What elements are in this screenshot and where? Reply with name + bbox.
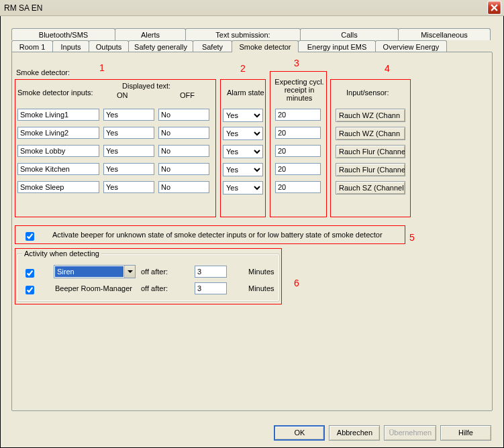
input-on-0[interactable] xyxy=(103,109,154,121)
input-cycl-1[interactable] xyxy=(275,127,321,139)
tab-safety-generally[interactable]: Safety generally xyxy=(128,40,193,52)
tab-alerts[interactable]: Alerts xyxy=(115,28,186,40)
tab-row-1: Bluetooth/SMS Alerts Text submission: Ca… xyxy=(11,28,493,40)
hdr-inputs: Smoke detector inputs: xyxy=(17,89,93,97)
window-title: RM SA EN xyxy=(4,3,487,13)
label-minutes-2: Minutes xyxy=(248,284,274,292)
dropdown-siren-value: Siren xyxy=(55,266,123,277)
apply-button[interactable]: Übernehmen xyxy=(384,425,436,441)
groupbox-activity-title: Activity when detecting xyxy=(22,249,101,258)
input-off-1[interactable] xyxy=(158,127,209,139)
checkbox-beeper-rm[interactable] xyxy=(26,286,34,294)
label-off-after-2: off after: xyxy=(141,284,168,292)
sensor-button-2[interactable]: Rauch Flur (Channe xyxy=(336,145,405,158)
tab-calls[interactable]: Calls xyxy=(300,28,399,40)
close-icon xyxy=(491,4,498,11)
close-button[interactable] xyxy=(487,1,501,15)
tab-energy-input-ems[interactable]: Energy input EMS xyxy=(298,40,376,52)
input-on-3[interactable] xyxy=(103,163,154,175)
tab-control: Bluetooth/SMS Alerts Text submission: Ca… xyxy=(11,28,493,412)
select-alarm-2[interactable]: Yes xyxy=(223,145,263,158)
input-name-3[interactable] xyxy=(17,163,99,175)
tab-panel-smoke-detector: 1 2 3 4 5 6 Smoke detector: Smoke detect… xyxy=(11,52,493,411)
annotation-5: 5 xyxy=(409,232,415,243)
select-alarm-0[interactable]: Yes xyxy=(223,109,263,122)
select-alarm-3[interactable]: Yes xyxy=(223,163,263,176)
tab-row-2: Room 1 Inputs Outputs Safety generally S… xyxy=(11,40,493,52)
sensor-button-1[interactable]: Rauch WZ (Chann xyxy=(336,127,405,140)
ok-button[interactable]: OK xyxy=(274,425,325,441)
hdr-displayed: Displayed text: xyxy=(122,82,170,90)
dropdown-siren[interactable]: Siren xyxy=(54,265,136,278)
tab-smoke-detector[interactable]: Smoke detector xyxy=(232,40,299,52)
input-on-4[interactable] xyxy=(103,181,154,193)
label-activate-beeper: Activate beeper for unknown state of smo… xyxy=(52,231,383,239)
client-area: Bluetooth/SMS Alerts Text submission: Ca… xyxy=(0,16,504,448)
sensor-button-4[interactable]: Rauch SZ (Channel xyxy=(336,181,405,194)
input-name-2[interactable] xyxy=(17,145,99,157)
tab-safety[interactable]: Safety xyxy=(193,40,232,52)
input-cycl-3[interactable] xyxy=(275,163,321,175)
checkbox-siren[interactable] xyxy=(26,269,34,278)
checkbox-activate-beeper[interactable] xyxy=(26,232,34,241)
input-cycl-4[interactable] xyxy=(275,181,321,193)
input-on-1[interactable] xyxy=(103,127,154,139)
input-name-0[interactable] xyxy=(17,109,99,121)
annotation-4: 4 xyxy=(385,63,390,74)
tab-bluetooth-sms[interactable]: Bluetooth/SMS xyxy=(11,28,115,40)
hdr-sensor: Input/sensor: xyxy=(346,89,389,97)
hdr-cycl: Expecting cycl. receipt in minutes xyxy=(274,78,325,102)
select-alarm-4[interactable]: Yes xyxy=(223,181,263,194)
input-siren-minutes[interactable] xyxy=(195,266,227,278)
tab-text-submission[interactable]: Text submission: xyxy=(185,28,301,40)
input-on-2[interactable] xyxy=(103,145,154,157)
input-cycl-0[interactable] xyxy=(275,109,321,121)
tab-room1[interactable]: Room 1 xyxy=(11,40,53,52)
sensor-button-0[interactable]: Rauch WZ (Chann xyxy=(336,109,405,122)
title-bar: RM SA EN xyxy=(0,0,504,16)
input-off-3[interactable] xyxy=(158,163,209,175)
cancel-button[interactable]: Abbrechen xyxy=(329,425,380,441)
annotation-2: 2 xyxy=(240,63,246,74)
label-beeper-rm: Beeper Room-Manager xyxy=(55,284,132,292)
annotation-6: 6 xyxy=(294,278,299,288)
tab-outputs[interactable]: Outputs xyxy=(89,40,129,52)
input-off-2[interactable] xyxy=(158,145,209,157)
input-beeper-minutes[interactable] xyxy=(195,282,227,294)
select-alarm-1[interactable]: Yes xyxy=(223,127,263,140)
dialog-button-row: OK Abbrechen Übernehmen Hilfe xyxy=(1,418,503,447)
hdr-on: ON xyxy=(117,91,128,99)
annotation-1: 1 xyxy=(99,62,105,73)
input-off-4[interactable] xyxy=(158,181,209,193)
hdr-alarm: Alarm state xyxy=(227,89,264,97)
chevron-down-icon xyxy=(124,266,135,278)
label-minutes-1: Minutes xyxy=(248,268,274,276)
hdr-off: OFF xyxy=(180,91,195,99)
tab-headers: Bluetooth/SMS Alerts Text submission: Ca… xyxy=(11,28,493,52)
label-off-after-1: off after: xyxy=(141,268,168,276)
input-name-4[interactable] xyxy=(17,181,99,193)
input-name-1[interactable] xyxy=(17,127,99,139)
section-title: Smoke detector: xyxy=(16,68,70,76)
tab-miscellaneous[interactable]: Miscellaneous xyxy=(398,28,491,40)
tab-inputs[interactable]: Inputs xyxy=(52,40,89,52)
input-off-0[interactable] xyxy=(158,109,209,121)
input-cycl-2[interactable] xyxy=(275,145,321,157)
help-button[interactable]: Hilfe xyxy=(440,425,491,441)
annotation-3: 3 xyxy=(294,58,299,68)
tab-overview-energy[interactable]: Overview Energy xyxy=(375,40,447,52)
sensor-button-3[interactable]: Rauch Flur (Channe xyxy=(336,163,405,176)
